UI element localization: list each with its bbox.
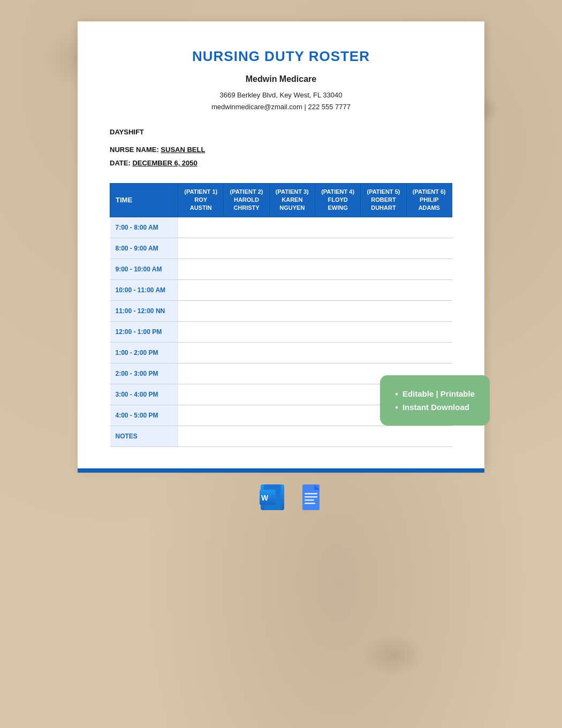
data-cell xyxy=(178,363,224,384)
data-cell xyxy=(315,238,360,259)
col-header-time: TIME xyxy=(110,183,178,217)
table-row: 9:00 - 10:00 AM xyxy=(110,259,452,279)
data-cell xyxy=(361,342,406,363)
table-row: 1:00 - 2:00 PM xyxy=(110,342,452,363)
data-cell xyxy=(361,321,406,342)
data-cell xyxy=(224,279,269,300)
col-header-p5: (PATIENT 5)ROBERTDUHART xyxy=(361,183,406,217)
data-cell xyxy=(269,426,315,446)
table-row: 10:00 - 11:00 AM xyxy=(110,279,452,300)
data-cell xyxy=(269,321,315,342)
data-cell xyxy=(315,279,360,300)
nurse-name-line: NURSE NAME: SUSAN BELL xyxy=(110,143,452,157)
data-cell xyxy=(406,217,452,238)
date-value: DECEMBER 6, 2050 xyxy=(132,159,197,167)
time-cell: 9:00 - 10:00 AM xyxy=(110,259,178,279)
page-title: NURSING DUTY ROSTER xyxy=(110,48,452,65)
data-cell xyxy=(269,300,315,321)
col-header-p2: (PATIENT 2)HAROLDCHRISTY xyxy=(224,183,269,217)
data-cell xyxy=(406,342,452,363)
data-cell xyxy=(178,217,224,238)
data-cell xyxy=(315,259,360,279)
svg-text:W: W xyxy=(261,494,269,502)
document: NURSING DUTY ROSTER Medwin Medicare 3669… xyxy=(78,21,484,468)
time-cell: 2:00 - 3:00 PM xyxy=(110,363,178,384)
data-cell xyxy=(315,384,360,405)
table-row: 8:00 - 9:00 AM xyxy=(110,238,452,259)
data-cell xyxy=(224,238,269,259)
svg-rect-8 xyxy=(305,496,317,498)
bottom-bar xyxy=(78,468,484,473)
data-cell xyxy=(315,363,360,384)
table-row: NOTES xyxy=(110,426,452,446)
svg-rect-7 xyxy=(305,493,317,495)
col-header-p3: (PATIENT 3)KARENNGUYEN xyxy=(269,183,315,217)
shift-label: DAYSHIFT xyxy=(110,128,452,136)
data-cell xyxy=(361,279,406,300)
address-block: 3669 Berkley Blvd, Key West, FL 33040 me… xyxy=(110,89,452,113)
data-cell xyxy=(269,363,315,384)
table-row: 12:00 - 1:00 PM xyxy=(110,321,452,342)
data-cell xyxy=(315,342,360,363)
data-cell xyxy=(178,321,224,342)
time-cell: 12:00 - 1:00 PM xyxy=(110,321,178,342)
data-cell xyxy=(224,384,269,405)
data-cell xyxy=(269,259,315,279)
data-cell xyxy=(406,279,452,300)
data-cell xyxy=(315,300,360,321)
address-line1: 3669 Berkley Blvd, Key West, FL 33040 xyxy=(110,89,452,101)
data-cell xyxy=(224,426,269,446)
svg-rect-10 xyxy=(305,503,315,504)
data-cell xyxy=(406,426,452,446)
time-cell: NOTES xyxy=(110,426,178,446)
nurse-label: NURSE NAME: xyxy=(110,146,159,154)
data-cell xyxy=(406,259,452,279)
data-cell xyxy=(269,342,315,363)
data-cell xyxy=(406,238,452,259)
data-cell xyxy=(269,217,315,238)
data-cell xyxy=(178,384,224,405)
data-cell xyxy=(315,426,360,446)
data-cell xyxy=(361,238,406,259)
data-cell xyxy=(315,405,360,426)
time-cell: 1:00 - 2:00 PM xyxy=(110,342,178,363)
date-label: DATE: xyxy=(110,159,131,167)
docs-icon[interactable] xyxy=(297,483,325,511)
data-cell xyxy=(269,384,315,405)
badge-item-download: Instant Download xyxy=(395,403,475,412)
col-header-p6: (PATIENT 6)PHILIPADAMS xyxy=(406,183,452,217)
data-cell xyxy=(178,300,224,321)
date-line: DATE: DECEMBER 6, 2050 xyxy=(110,157,452,170)
data-cell xyxy=(361,426,406,446)
data-cell xyxy=(224,217,269,238)
data-cell xyxy=(224,259,269,279)
address-line2: medwinmedicare@zmail.com | 222 555 7777 xyxy=(110,101,452,113)
data-cell xyxy=(315,321,360,342)
data-cell xyxy=(178,238,224,259)
time-cell: 4:00 - 5:00 PM xyxy=(110,405,178,426)
table-row: 7:00 - 8:00 AM xyxy=(110,217,452,238)
icons-row: W xyxy=(237,483,325,511)
table-header-row: TIME (PATIENT 1)ROYAUSTIN (PATIENT 2)HAR… xyxy=(110,183,452,217)
time-cell: 3:00 - 4:00 PM xyxy=(110,384,178,405)
time-cell: 10:00 - 11:00 AM xyxy=(110,279,178,300)
time-cell: 11:00 - 12:00 NN xyxy=(110,300,178,321)
svg-rect-9 xyxy=(305,499,314,501)
col-header-p4: (PATIENT 4)FLOYDEWING xyxy=(315,183,360,217)
word-icon[interactable]: W xyxy=(259,483,286,511)
data-cell xyxy=(406,321,452,342)
data-cell xyxy=(224,363,269,384)
time-cell: 7:00 - 8:00 AM xyxy=(110,217,178,238)
data-cell xyxy=(269,238,315,259)
data-cell xyxy=(361,259,406,279)
time-cell: 8:00 - 9:00 AM xyxy=(110,238,178,259)
data-cell xyxy=(406,300,452,321)
table-row: 11:00 - 12:00 NN xyxy=(110,300,452,321)
organization-name: Medwin Medicare xyxy=(110,74,452,84)
data-cell xyxy=(315,217,360,238)
data-cell xyxy=(178,342,224,363)
badge-item-editable: Editable | Printable xyxy=(395,389,475,398)
data-cell xyxy=(178,405,224,426)
data-cell xyxy=(361,217,406,238)
data-cell xyxy=(224,342,269,363)
